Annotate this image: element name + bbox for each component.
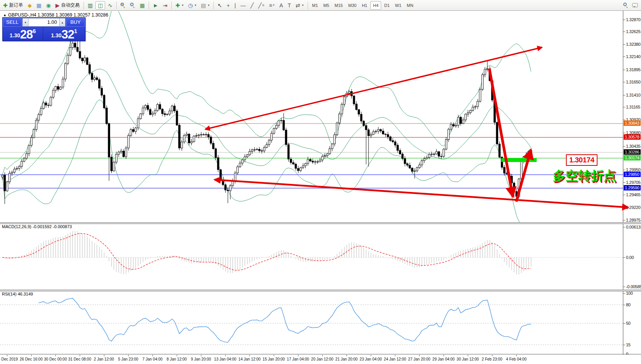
upper-trendline-arrow[interactable] [205, 47, 542, 129]
rebound-arrow[interactable] [516, 150, 531, 202]
time-tick [274, 355, 274, 356]
axis-tick [623, 133, 625, 133]
timeframe-m15-button[interactable]: M15 [332, 1, 345, 10]
sell-price[interactable]: 1.30286 [3, 27, 43, 40]
price-tick-label: 1.32380 [626, 42, 641, 47]
price-tick-label: 1.31895 [626, 67, 641, 72]
volume-decrease-button[interactable]: ▼ [22, 18, 28, 27]
tile-windows-icon[interactable]: ▦ [138, 1, 147, 10]
auto-scroll-icon[interactable]: ► [151, 1, 160, 10]
trendline-icon[interactable]: ╱ [249, 1, 256, 10]
text-label-icon[interactable]: T [286, 1, 293, 10]
axis-tick [623, 146, 625, 147]
axis-tick [623, 182, 625, 183]
timeframe-w1-button[interactable]: W1 [393, 1, 404, 10]
current-price-badge: 1.30286 [624, 149, 641, 155]
mt4-terminal: ✚新订单◆▦◉▶自动交易▥◫∿+-▦►⇥✚▾◷▾▤▾↖+|—╱╱E≡FAT⇄▾M… [0, 0, 641, 364]
time-axis[interactable]: 24 Dec 201926 Dec 16:0030 Dec 00:0031 De… [0, 355, 641, 364]
time-tick-label: 2 Feb 23:00 [482, 357, 502, 361]
autotrading-button[interactable]: ▶自动交易 [54, 1, 82, 10]
timeframe-d1-button[interactable]: D1 [382, 1, 392, 10]
cursor-icon[interactable]: ↖ [216, 1, 224, 10]
sell-button[interactable]: SELL [3, 18, 22, 27]
price-tick-label: 1.29465 [626, 192, 641, 197]
chart-shift-icon[interactable]: ⇥ [161, 1, 169, 10]
rsi-panel [0, 298, 623, 345]
price-tick-label: 1.31165 [626, 105, 640, 109]
crosshair-icon[interactable]: + [225, 1, 232, 10]
time-tick [419, 355, 420, 356]
sell-price-pips: 28 [20, 30, 32, 40]
time-tick-label: 23 Jan 04:00 [360, 357, 382, 361]
timeframe-h4-button[interactable]: H4 [370, 1, 381, 10]
text-icon[interactable]: A [278, 1, 285, 10]
axis-tick [623, 323, 625, 324]
timeframe-h1-button[interactable]: H1 [360, 1, 370, 10]
horizontal-line-icon[interactable]: — [239, 1, 248, 10]
time-tick [444, 355, 444, 356]
time-tick [516, 355, 517, 356]
periods-icon[interactable]: ◷▾ [186, 1, 198, 10]
axis-tick [623, 82, 625, 82]
bar-chart-icon[interactable]: ▥ [86, 1, 95, 10]
time-tick [201, 355, 201, 356]
bollinger-lower-band [2, 100, 531, 227]
new-order-button[interactable]: ✚新订单 [1, 1, 25, 10]
indicators-icon[interactable]: ✚▾ [174, 1, 186, 10]
chart-macd-divider[interactable] [0, 222, 641, 224]
toolbar-separator [149, 2, 149, 9]
zoom-in-icon[interactable]: + [119, 1, 127, 10]
macd-rsi-divider[interactable] [0, 290, 641, 291]
rsi-tick-label: 15 [626, 342, 631, 347]
timeframe-m30-button[interactable]: M30 [346, 1, 358, 10]
arrows-icon[interactable]: ⇄▾ [294, 1, 306, 10]
line-chart-icon[interactable]: ∿ [106, 1, 114, 10]
time-tick-label: 7 Jan 04:00 [142, 357, 162, 361]
time-tick [322, 355, 323, 356]
chat-icon[interactable] [632, 3, 638, 7]
green-highlight-bar[interactable] [501, 158, 537, 162]
buy-price[interactable]: 1.30321 [44, 27, 85, 40]
toolbar-separator [213, 2, 214, 9]
sell-price-point: 6 [33, 28, 36, 34]
time-tick-label: 8 Jan 12:00 [167, 357, 187, 361]
volume-input[interactable]: 1.00 [28, 18, 59, 27]
market-watch-icon[interactable]: ▦ [35, 1, 44, 10]
drop-arrow[interactable] [489, 68, 513, 197]
time-tick [152, 355, 153, 356]
signals-icon[interactable]: ◉ [44, 1, 53, 10]
time-tick [468, 355, 468, 356]
timeframe-mn-button[interactable]: MN [405, 1, 416, 10]
volume-increase-button[interactable]: ▲ [59, 18, 65, 27]
chart-title: ▲GBPUSD-,H4 1.30358 1.30369 1.30257 1.30… [3, 12, 108, 18]
axis-tick [623, 20, 625, 20]
templates-icon[interactable]: ▤▾ [199, 1, 211, 10]
price-tick-label: 1.31410 [626, 93, 641, 97]
price-tick-label: 1.29705 [626, 180, 641, 185]
timeframe-m5-button[interactable]: M5 [321, 1, 331, 10]
buy-button[interactable]: BUY [66, 18, 85, 27]
buy-price-point: 1 [74, 28, 77, 34]
search-icon[interactable] [623, 3, 628, 8]
time-tick [492, 355, 492, 356]
price-tick-label: 1.32870 [626, 17, 641, 22]
vertical-line-icon[interactable]: | [233, 1, 238, 10]
time-tick [371, 355, 371, 356]
time-tick-label: 24 Dec 2019 [0, 357, 18, 361]
candlestick-chart-icon[interactable]: ◫ [95, 1, 105, 10]
timeframe-m1-button[interactable]: M1 [310, 1, 320, 10]
collapse-panel-icon[interactable]: ▲ [3, 13, 7, 17]
level-price-badge: 1.29590 [624, 185, 641, 190]
chart-canvas[interactable] [0, 0, 641, 364]
zoom-out-icon[interactable]: - [128, 1, 137, 10]
equidistant-channel-icon[interactable]: ╱E [256, 1, 266, 10]
rsi-tick-label: 80 [626, 302, 631, 307]
time-tick-label: 26 Dec 16:00 [20, 357, 43, 361]
lower-trendline-arrow[interactable] [214, 180, 628, 207]
fibonacci-icon[interactable]: ≡F [267, 1, 277, 10]
time-tick-label: 9 Jan 20:00 [191, 357, 211, 361]
expert-advisors-icon[interactable]: ◆ [26, 1, 34, 10]
price-annotation-box: 1.30174 [566, 154, 597, 166]
price-axis[interactable]: 1.328701.326251.323801.321401.318951.316… [623, 11, 641, 355]
time-tick-label: 30 Jan 12:00 [457, 357, 479, 361]
